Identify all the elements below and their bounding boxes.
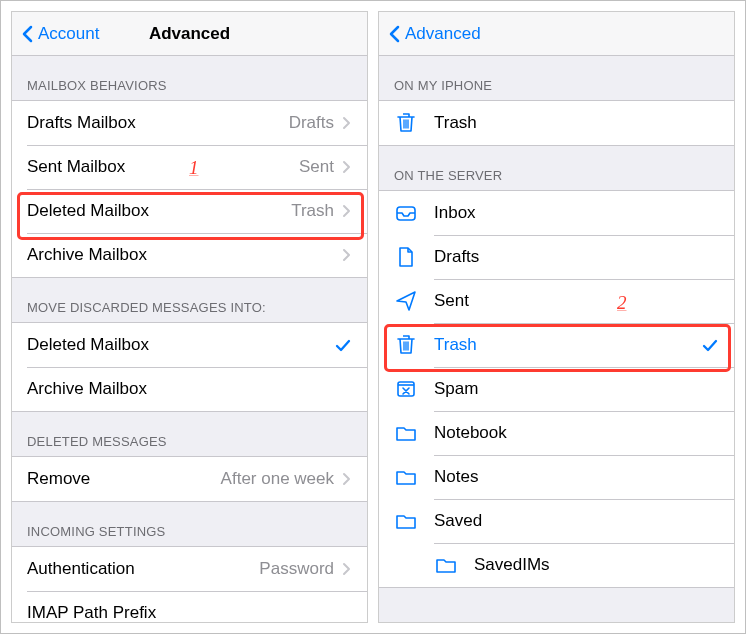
right-screen: Advanced On My iPhone Trash On the Serve… — [378, 11, 735, 623]
row-label: Trash — [434, 113, 477, 133]
list-mailbox-behaviors: Drafts Mailbox Drafts Sent Mailbox Sent … — [12, 100, 367, 278]
chevron-right-icon — [340, 116, 352, 130]
chevron-left-icon — [385, 24, 403, 44]
row-move-archive-mailbox[interactable]: Archive Mailbox — [12, 367, 367, 411]
chevron-left-icon — [18, 24, 36, 44]
row-label: Notebook — [434, 423, 507, 443]
checkmark-icon — [334, 337, 352, 353]
back-button-account[interactable]: Account — [12, 24, 99, 44]
back-label: Advanced — [405, 24, 481, 44]
row-label: Remove — [27, 469, 90, 489]
row-imap-path-prefix[interactable]: IMAP Path Prefix — [12, 591, 367, 623]
left-screen: Account Advanced Mailbox Behaviors Draft… — [11, 11, 368, 623]
section-header-deleted-messages: Deleted Messages — [12, 412, 367, 456]
chevron-right-icon — [340, 160, 352, 174]
row-label: Saved — [434, 511, 482, 531]
row-archive-mailbox[interactable]: Archive Mailbox — [12, 233, 367, 277]
back-label: Account — [38, 24, 99, 44]
inbox-icon — [394, 201, 422, 225]
section-header-on-my-iphone: On My iPhone — [379, 56, 734, 100]
row-label: Archive Mailbox — [27, 379, 147, 399]
row-server-notes[interactable]: Notes — [379, 455, 734, 499]
row-detail: Password — [259, 559, 334, 579]
list-on-the-server: Inbox Drafts Sent Trash Spam — [379, 190, 734, 588]
row-detail: Sent — [299, 157, 334, 177]
section-header-incoming: Incoming Settings — [12, 502, 367, 546]
row-server-spam[interactable]: Spam — [379, 367, 734, 411]
chevron-right-icon — [340, 248, 352, 262]
list-move-discarded: Deleted Mailbox Archive Mailbox — [12, 322, 367, 412]
section-header-on-the-server: On the Server — [379, 146, 734, 190]
list-incoming: Authentication Password IMAP Path Prefix — [12, 546, 367, 623]
row-label: Trash — [434, 335, 477, 355]
row-server-trash[interactable]: Trash — [379, 323, 734, 367]
row-label: IMAP Path Prefix — [27, 603, 156, 623]
trash-icon — [394, 333, 422, 357]
list-on-my-iphone: Trash — [379, 100, 734, 146]
chevron-right-icon — [340, 562, 352, 576]
trash-icon — [394, 111, 422, 135]
row-drafts-mailbox[interactable]: Drafts Mailbox Drafts — [12, 101, 367, 145]
row-move-deleted-mailbox[interactable]: Deleted Mailbox — [12, 323, 367, 367]
list-deleted-messages: Remove After one week — [12, 456, 367, 502]
row-authentication[interactable]: Authentication Password — [12, 547, 367, 591]
row-detail: Drafts — [289, 113, 334, 133]
row-label: Notes — [434, 467, 478, 487]
row-label: Drafts — [434, 247, 479, 267]
chevron-right-icon — [340, 204, 352, 218]
row-detail: Trash — [291, 201, 334, 221]
folder-icon — [394, 509, 422, 533]
navbar-left: Account Advanced — [12, 12, 367, 56]
row-label: Archive Mailbox — [27, 245, 147, 265]
row-label: Sent Mailbox — [27, 157, 125, 177]
section-header-mailbox-behaviors: Mailbox Behaviors — [12, 56, 367, 100]
row-sent-mailbox[interactable]: Sent Mailbox Sent — [12, 145, 367, 189]
row-label: Deleted Mailbox — [27, 335, 149, 355]
row-local-trash[interactable]: Trash — [379, 101, 734, 145]
checkmark-icon — [701, 337, 719, 353]
spam-icon — [394, 377, 422, 401]
send-icon — [394, 289, 422, 313]
folder-icon — [394, 465, 422, 489]
row-server-inbox[interactable]: Inbox — [379, 191, 734, 235]
row-label: Sent — [434, 291, 469, 311]
navbar-right: Advanced — [379, 12, 734, 56]
folder-icon — [394, 421, 422, 445]
row-label: Spam — [434, 379, 478, 399]
row-server-sent[interactable]: Sent — [379, 279, 734, 323]
row-label: Inbox — [434, 203, 476, 223]
row-server-saved[interactable]: Saved — [379, 499, 734, 543]
row-deleted-mailbox[interactable]: Deleted Mailbox Trash — [12, 189, 367, 233]
row-detail: After one week — [221, 469, 334, 489]
row-label: Drafts Mailbox — [27, 113, 136, 133]
row-label: Deleted Mailbox — [27, 201, 149, 221]
row-server-drafts[interactable]: Drafts — [379, 235, 734, 279]
chevron-right-icon — [340, 472, 352, 486]
row-server-savedims[interactable]: SavedIMs — [379, 543, 734, 587]
folder-icon — [434, 553, 462, 577]
section-header-move-discarded: Move Discarded Messages Into: — [12, 278, 367, 322]
row-label: SavedIMs — [474, 555, 550, 575]
row-server-notebook[interactable]: Notebook — [379, 411, 734, 455]
row-remove[interactable]: Remove After one week — [12, 457, 367, 501]
file-icon — [394, 245, 422, 269]
row-label: Authentication — [27, 559, 135, 579]
back-button-advanced[interactable]: Advanced — [379, 24, 481, 44]
